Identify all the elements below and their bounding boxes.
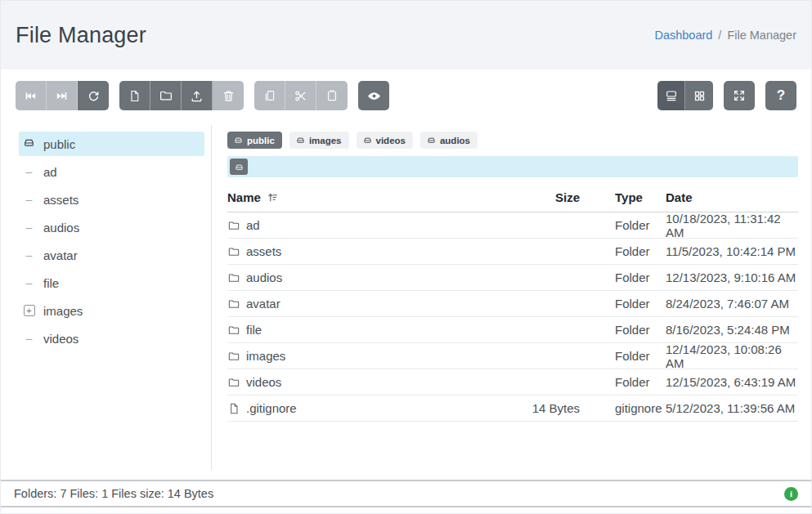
volume-chip-icon [362,135,373,145]
preview-button[interactable] [358,81,389,110]
tree-item-label: public [43,137,75,151]
leaf-dash-icon: – [26,221,33,234]
file-date: 12/13/2023, 9:10:16 AM [666,270,798,284]
view-mode-button-group [657,81,713,110]
list-view-button[interactable] [657,81,685,110]
tree-item[interactable]: – videos [19,326,204,351]
column-header-size[interactable]: Size [482,190,580,204]
rewind-icon [24,89,38,103]
fullscreen-button-group [724,81,755,110]
tree-item[interactable]: public [19,132,204,156]
back-button [16,81,47,110]
grid-view-button[interactable] [685,81,713,110]
content-area: public – ad – [1,125,811,470]
volume-chip-label: audios [440,136,470,145]
column-header-name[interactable]: Name [227,190,482,204]
file-name: .gitignore [246,401,297,415]
tree-marker: – [22,165,36,178]
file-ops-button-group [119,81,244,110]
copy-button [254,81,285,110]
current-path-bar [227,156,798,177]
tree-item-label: assets [43,193,79,207]
tree-item-label: file [43,276,59,290]
file-date: 11/5/2023, 10:42:14 PM [666,244,798,258]
volume-chip-label: images [309,136,342,145]
toolbar: ? [1,69,811,110]
volume-chip[interactable]: images [289,132,349,149]
toolbar-right: ? [647,81,796,110]
refresh-icon [87,89,101,103]
cut-button [285,81,316,110]
upload-icon [190,89,204,103]
file-manager-window: File Manager Dashboard / File Manager [0,0,812,514]
help-button[interactable]: ? [765,81,796,110]
refresh-button[interactable] [78,81,109,110]
table-row[interactable]: .gitignore 14 Bytes gitignore 5/12/2023,… [227,396,798,422]
new-folder-button[interactable] [150,81,182,110]
file-date: 10/18/2023, 11:31:42 AM [666,212,798,239]
file-date: 8/24/2023, 7:46:07 AM [666,297,798,311]
expand-plus-icon[interactable]: + [24,305,35,316]
tree-item-label: images [43,304,83,318]
folder-icon [227,245,240,258]
path-root-button[interactable] [230,159,248,175]
tree-item[interactable]: + images [19,298,204,323]
folder-icon [227,324,240,337]
tree-item[interactable]: – avatar [19,243,204,267]
status-summary: Folders: 7 Files: 1 Files size: 14 Bytes [14,487,213,500]
file-name: images [246,349,285,363]
file-type: Folder [615,323,666,337]
page-header: File Manager Dashboard / File Manager [1,1,811,69]
file-type: Folder [615,375,666,389]
table-row[interactable]: ad Folder 10/18/2023, 11:31:42 AM [227,212,798,239]
tree-item[interactable]: – audios [19,215,204,239]
fast-forward-icon [55,89,69,103]
clipboard-icon [325,89,339,102]
help-button-group: ? [765,81,796,110]
delete-button [213,81,244,110]
new-file-button[interactable] [119,81,150,110]
question-mark-icon: ? [777,87,785,104]
column-header-date[interactable]: Date [666,190,798,204]
grid-view-icon [693,90,706,102]
page-title: File Manager [16,23,146,48]
leaf-dash-icon: – [26,276,33,289]
leaf-dash-icon: – [26,193,33,206]
volume-chip[interactable]: audios [420,132,478,149]
leaf-dash-icon: – [26,248,33,261]
table-row[interactable]: images Folder 12/14/2023, 10:08:26 AM [227,343,798,369]
file-type: Folder [615,270,666,284]
table-row[interactable]: videos Folder 12/15/2023, 6:43:19 AM [227,369,798,396]
forward-button [47,81,78,110]
file-type: Folder [615,218,666,232]
name-header-label: Name [227,190,261,204]
tree-item[interactable]: – file [19,270,204,295]
file-name: audios [246,270,282,284]
nav-button-group [16,81,109,110]
upload-button[interactable] [182,81,213,110]
info-icon[interactable]: i [784,487,798,501]
column-header-type[interactable]: Type [615,190,666,204]
file-name: videos [246,375,281,389]
table-row[interactable]: audios Folder 12/13/2023, 9:10:16 AM [227,265,798,291]
folder-icon [227,219,240,232]
tree-marker: – [22,221,36,234]
tree-marker: + [22,305,36,316]
breadcrumb-dashboard-link[interactable]: Dashboard [654,29,712,42]
table-row[interactable]: assets Folder 11/5/2023, 10:42:14 PM [227,239,798,265]
clipboard-button-group [254,81,348,110]
tree-item[interactable]: – assets [19,187,204,212]
file-date: 12/14/2023, 10:08:26 AM [666,342,798,370]
folder-tree: public – ad – [1,132,211,351]
file-type: gitignore [615,401,666,415]
fullscreen-button[interactable] [724,81,755,110]
volume-chip-label: public [247,136,275,145]
table-row[interactable]: avatar Folder 8/24/2023, 7:46:07 AM [227,291,798,317]
volume-chip[interactable]: videos [357,132,413,149]
volume-chip[interactable]: public [227,132,282,149]
tree-item-label: avatar [43,248,78,262]
table-row[interactable]: file Folder 8/16/2023, 5:24:48 PM [227,317,798,343]
new-folder-icon [159,88,173,103]
tree-marker: – [22,248,36,261]
tree-item[interactable]: – ad [19,159,204,184]
